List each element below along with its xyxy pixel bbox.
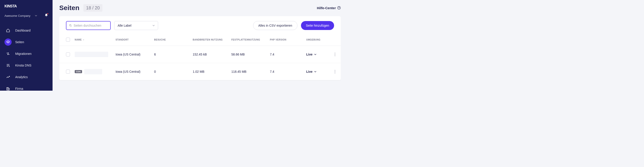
brand-logo: KINSTA — [0, 0, 52, 12]
chevron-down-icon — [35, 14, 37, 18]
svg-point-3 — [334, 53, 335, 54]
column-header-php[interactable]: PHP VERSION — [268, 35, 304, 46]
dns-icon — [4, 62, 12, 69]
cell-bandwidth: 1.02 MB — [191, 63, 230, 80]
add-site-button[interactable]: Seite hinzufügen — [301, 21, 334, 30]
main-content: Seiten 18 / 20 Hilfe-Center Alle Label — [52, 0, 348, 91]
notification-dot — [47, 13, 48, 15]
help-icon — [337, 6, 341, 10]
column-header-disk[interactable]: FESTPLATTENNUTZUNG — [230, 35, 268, 46]
row-checkbox[interactable] — [66, 70, 70, 74]
column-header-visits[interactable]: BESUCHE — [152, 35, 191, 46]
cell-disk: 58.66 MB — [230, 46, 268, 63]
site-name-redacted — [75, 52, 108, 57]
nav-analytics[interactable]: Analytics — [0, 71, 52, 83]
env-selector[interactable]: Live — [306, 53, 330, 56]
sort-arrow-up-icon: ↑ — [83, 38, 84, 41]
building-icon — [4, 85, 12, 91]
label-filter-select[interactable]: Alle Label — [114, 21, 158, 30]
nav-label: Seiten — [15, 40, 24, 44]
page-count-badge: 18 / 20 — [84, 4, 102, 12]
nav-label: Dashboard — [15, 29, 31, 32]
column-header-env[interactable]: UMGEBUNG — [304, 35, 332, 46]
company-name-label: Awesome Company — [4, 14, 30, 18]
search-input[interactable] — [74, 24, 108, 27]
svg-point-8 — [334, 73, 335, 73]
svg-point-6 — [334, 70, 335, 71]
nav-dashboard[interactable]: Dashboard — [0, 25, 52, 36]
cell-bandwidth: 152.45 kB — [191, 46, 230, 63]
cdn-badge: CDN — [75, 70, 82, 73]
nav-kinsta-dns[interactable]: Kinsta DNS — [0, 60, 52, 71]
nav-label: Kinsta DNS — [15, 64, 31, 67]
nav-label: Analytics — [15, 75, 28, 79]
table-row[interactable]: CDN Iowa (US Central) 0 1.02 MB 118.45 M… — [59, 63, 341, 80]
nav-migrationen[interactable]: Migrationen — [0, 48, 52, 60]
home-icon — [4, 27, 12, 34]
sidebar: KINSTA Awesome Company Dashboard Seiten — [0, 0, 52, 91]
main-nav: Dashboard Seiten Migrationen Kinsta DNS … — [0, 22, 52, 91]
chevron-down-icon — [314, 71, 316, 73]
analytics-icon — [4, 73, 12, 81]
table-row[interactable]: Iowa (US Central) 6 152.45 kB 58.66 MB 7… — [59, 46, 341, 63]
column-header-location[interactable]: STANDORT — [114, 35, 152, 46]
more-vertical-icon — [334, 70, 336, 73]
row-checkbox[interactable] — [66, 52, 70, 56]
migration-icon — [4, 50, 12, 57]
site-name-redacted — [84, 69, 102, 74]
svg-point-5 — [334, 56, 335, 56]
cell-disk: 118.45 MB — [230, 63, 268, 80]
sites-table: NAME ↑ STANDORT BESUCHE BANDBREITEN NUTZ… — [59, 35, 341, 80]
nav-label: Firma — [15, 87, 23, 90]
column-header-name[interactable]: NAME ↑ — [75, 38, 112, 41]
company-selector[interactable]: Awesome Company — [4, 14, 37, 18]
nav-firma[interactable]: Firma — [0, 83, 52, 91]
svg-text:KINSTA: KINSTA — [4, 4, 17, 8]
cell-php: 7.4 — [268, 46, 304, 63]
sites-panel: Alle Label Alles in CSV exportieren Seit… — [59, 16, 341, 80]
select-all-checkbox[interactable] — [66, 38, 70, 42]
export-csv-button[interactable]: Alles in CSV exportieren — [253, 21, 298, 30]
notifications-button[interactable] — [44, 14, 48, 18]
cell-location: Iowa (US Central) — [114, 63, 152, 80]
chevron-down-icon — [314, 53, 316, 56]
search-icon — [69, 24, 72, 27]
cell-visits: 0 — [152, 63, 191, 80]
nav-label: Migrationen — [15, 52, 32, 56]
env-label: Live — [306, 70, 312, 73]
search-input-wrap[interactable] — [66, 21, 111, 30]
help-label: Hilfe-Center — [317, 6, 336, 10]
env-selector[interactable]: Live — [306, 70, 330, 73]
svg-point-7 — [334, 71, 335, 72]
row-actions-button[interactable] — [334, 53, 336, 56]
nav-seiten[interactable]: Seiten — [0, 36, 52, 48]
label-filter-text: Alle Label — [118, 24, 132, 27]
column-header-bandwidth[interactable]: BANDBREITEN NUTZUNG — [191, 35, 230, 46]
env-label: Live — [306, 53, 312, 56]
cell-php: 7.4 — [268, 63, 304, 80]
page-title: Seiten — [59, 4, 80, 12]
chevron-down-icon — [152, 24, 155, 27]
help-center-link[interactable]: Hilfe-Center — [317, 6, 341, 10]
row-actions-button[interactable] — [334, 70, 336, 73]
svg-point-2 — [70, 24, 71, 26]
more-vertical-icon — [334, 53, 336, 56]
layers-icon — [4, 39, 12, 46]
cell-location: Iowa (US Central) — [114, 46, 152, 63]
svg-point-4 — [334, 54, 335, 55]
cell-visits: 6 — [152, 46, 191, 63]
